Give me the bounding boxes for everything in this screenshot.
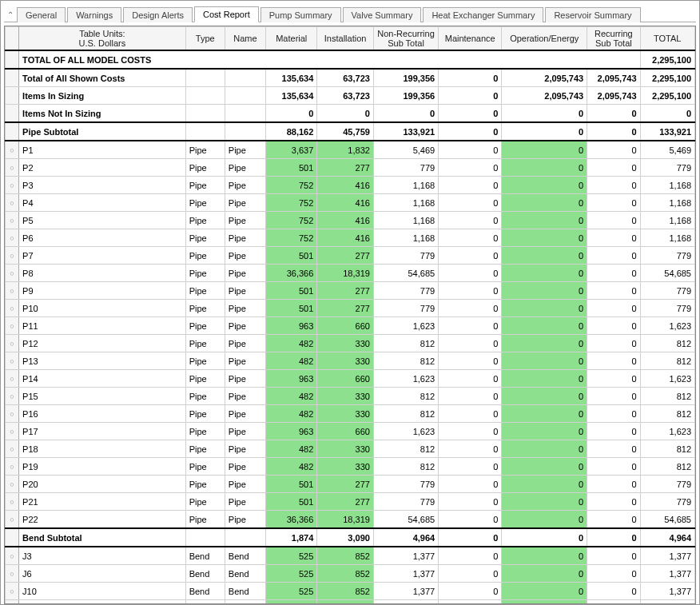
data-row[interactable]: ○ P8 PipePipe 36,366 18,319 54,6850 0 05…	[6, 265, 695, 282]
data-row[interactable]: ○ J19 BendBend 299 534 8330 0 0833	[6, 600, 695, 605]
open-cell: 0	[502, 511, 587, 529]
data-row[interactable]: ○ P4 PipePipe 752 416 1,1680 0 01,168	[6, 194, 695, 212]
tab-warnings[interactable]: Warnings	[67, 7, 121, 22]
data-row[interactable]: ○ P15 PipePipe 482 330 8120 0 0812	[6, 388, 695, 405]
open-cell: 0	[502, 476, 587, 493]
material-cell: 963	[266, 317, 317, 335]
total-cell: 1,377	[640, 583, 694, 600]
data-row[interactable]: ○ P21 PipePipe 501 277 7790 0 0779	[6, 493, 695, 511]
open-cell: 0	[502, 547, 587, 565]
maint-cell: 0	[439, 265, 502, 282]
tab-reservoir-summary[interactable]: Reservoir Summary	[545, 7, 640, 22]
tab-pump-summary[interactable]: Pump Summary	[261, 7, 341, 22]
name-cell: Bend	[225, 565, 265, 583]
type-cell: Pipe	[185, 265, 225, 282]
cell: 2,295,100	[640, 87, 694, 105]
type-cell: Pipe	[185, 194, 225, 212]
data-row[interactable]: ○ J6 BendBend 525 852 1,3770 0 01,377	[6, 565, 695, 583]
type-cell: Pipe	[185, 335, 225, 352]
data-row[interactable]: ○ P18 PipePipe 482 330 8120 0 0812	[6, 440, 695, 458]
collapse-icon[interactable]: ⌃	[4, 10, 17, 22]
tab-heat-exchanger-summary[interactable]: Heat Exchanger Summary	[423, 7, 543, 22]
name-cell: Pipe	[225, 493, 265, 511]
data-row[interactable]: ○ P1 PipePipe 3,637 1,832 5,4690 0 05,46…	[6, 141, 695, 159]
cost-report-grid[interactable]: Table Units:U.S. Dollars Type Name Mater…	[4, 26, 696, 604]
data-row[interactable]: ○ P10 PipePipe 501 277 7790 0 0779	[6, 300, 695, 317]
name-cell: Pipe	[225, 300, 265, 317]
cell: 0	[640, 105, 694, 123]
row-marker: ○	[6, 177, 19, 194]
installation-cell: 416	[317, 229, 374, 247]
material-cell: 36,366	[266, 265, 317, 282]
cell	[185, 105, 225, 123]
tab-design-alerts[interactable]: Design Alerts	[123, 7, 193, 22]
open-cell: 0	[502, 282, 587, 300]
maint-cell: 0	[439, 177, 502, 194]
data-row[interactable]: ○ P9 PipePipe 501 277 7790 0 0779	[6, 282, 695, 300]
rst-cell: 0	[587, 388, 640, 405]
type-cell: Pipe	[185, 317, 225, 335]
item-cell: P19	[19, 458, 186, 476]
nrst-cell: 812	[373, 335, 438, 352]
tab-cost-report[interactable]: Cost Report	[194, 6, 259, 22]
installation-cell: 18,319	[317, 511, 374, 529]
cell	[225, 87, 265, 105]
nrst-cell: 5,469	[373, 141, 438, 159]
summary-row[interactable]: Items In Sizing 135,63463,723 199,3560 2…	[6, 87, 695, 105]
maint-cell: 0	[439, 476, 502, 493]
cell: 4,964	[373, 528, 438, 547]
type-cell: Bend	[185, 547, 225, 565]
col-nrst[interactable]: Non-RecurringSub Total	[373, 27, 438, 51]
open-cell: 0	[502, 493, 587, 511]
material-cell: 752	[266, 229, 317, 247]
col-name[interactable]: Name	[225, 27, 265, 51]
data-row[interactable]: ○ P11 PipePipe 963 660 1,6230 0 01,623	[6, 317, 695, 335]
data-row[interactable]: ○ P12 PipePipe 482 330 8120 0 0812	[6, 335, 695, 352]
subtotal-row[interactable]: Bend Subtotal 1,8743,090 4,9640 004,964	[6, 528, 695, 547]
data-row[interactable]: ○ P16 PipePipe 482 330 8120 0 0812	[6, 405, 695, 423]
data-row[interactable]: ○ J3 BendBend 525 852 1,3770 0 01,377	[6, 547, 695, 565]
col-operation-energy[interactable]: Operation/Energy	[502, 27, 587, 51]
data-row[interactable]: ○ P17 PipePipe 963 660 1,6230 0 01,623	[6, 423, 695, 440]
col-installation[interactable]: Installation	[317, 27, 374, 51]
data-row[interactable]: ○ P7 PipePipe 501 277 7790 0 0779	[6, 247, 695, 265]
item-cell: P22	[19, 511, 186, 529]
data-row[interactable]: ○ P2 PipePipe 501 277 7790 0 0779	[6, 159, 695, 177]
maint-cell: 0	[439, 300, 502, 317]
data-row[interactable]: ○ P20 PipePipe 501 277 7790 0 0779	[6, 476, 695, 493]
rst-cell: 0	[587, 565, 640, 583]
cell: 2,095,743	[587, 69, 640, 87]
item-cell: P11	[19, 317, 186, 335]
data-row[interactable]: ○ J10 BendBend 525 852 1,3770 0 01,377	[6, 583, 695, 600]
tab-general[interactable]: General	[17, 7, 66, 22]
data-row[interactable]: ○ P14 PipePipe 963 660 1,6230 0 01,623	[6, 370, 695, 388]
data-row[interactable]: ○ P19 PipePipe 482 330 8120 0 0812	[6, 458, 695, 476]
col-maintenance[interactable]: Maintenance	[439, 27, 502, 51]
col-table-units[interactable]: Table Units:U.S. Dollars	[19, 27, 186, 51]
rst-cell: 0	[587, 247, 640, 265]
data-row[interactable]: ○ P3 PipePipe 752 416 1,1680 0 01,168	[6, 177, 695, 194]
material-cell: 752	[266, 194, 317, 212]
subtotal-row[interactable]: Pipe Subtotal 88,16245,759 133,9210 0013…	[6, 122, 695, 141]
col-type[interactable]: Type	[185, 27, 225, 51]
total-cell: 833	[640, 600, 694, 605]
cell: 0	[439, 69, 502, 87]
summary-row[interactable]: Items Not In Sizing 00 00 000	[6, 105, 695, 123]
data-row[interactable]: ○ P5 PipePipe 752 416 1,1680 0 01,168	[6, 212, 695, 229]
row-marker: ○	[6, 423, 19, 440]
col-rst[interactable]: RecurringSub Total	[587, 27, 640, 51]
summary-row[interactable]: Total of All Shown Costs 135,63463,723 1…	[6, 69, 695, 87]
nrst-cell: 779	[373, 247, 438, 265]
row-marker: ○	[6, 194, 19, 212]
grand-total-row[interactable]: TOTAL OF ALL MODEL COSTS 2,295,100	[6, 50, 695, 69]
data-row[interactable]: ○ P13 PipePipe 482 330 8120 0 0812	[6, 352, 695, 370]
col-material[interactable]: Material	[266, 27, 317, 51]
type-cell: Bend	[185, 600, 225, 605]
maint-cell: 0	[439, 335, 502, 352]
rst-cell: 0	[587, 440, 640, 458]
data-row[interactable]: ○ P6 PipePipe 752 416 1,1680 0 01,168	[6, 229, 695, 247]
tab-valve-summary[interactable]: Valve Summary	[343, 7, 422, 22]
maint-cell: 0	[439, 565, 502, 583]
data-row[interactable]: ○ P22 PipePipe 36,366 18,319 54,6850 0 0…	[6, 511, 695, 529]
col-total[interactable]: TOTAL	[640, 27, 694, 51]
